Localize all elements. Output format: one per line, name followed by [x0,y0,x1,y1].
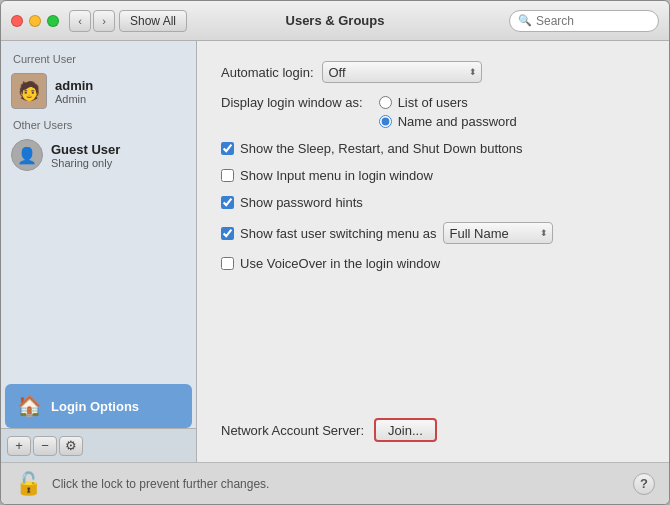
checkbox-label-password-hints: Show password hints [240,195,363,210]
content-area: Current User 🧑 admin Admin Other Users 👤… [1,41,669,462]
sidebar-toolbar: + − ⚙ [1,428,196,462]
automatic-login-label: Automatic login: [221,65,314,80]
login-options-label: Login Options [51,399,139,414]
checkbox-label-input-menu: Show Input menu in login window [240,168,433,183]
radio-list-of-users[interactable] [379,96,392,109]
window-title: Users & Groups [286,13,385,28]
automatic-login-row: Automatic login: Off [221,61,645,83]
user-role-admin: Admin [55,93,93,105]
display-login-label: Display login window as: [221,95,363,110]
checkbox-input-menu[interactable] [221,169,234,182]
nav-buttons: ‹ › [69,10,115,32]
checkbox-row-input-menu: Show Input menu in login window [221,168,645,183]
main-window: ‹ › Show All Users & Groups 🔍 Current Us… [0,0,670,505]
user-name-guest: Guest User [51,142,120,157]
login-options-item[interactable]: 🏠 Login Options [5,384,192,428]
search-box[interactable]: 🔍 [509,10,659,32]
display-login-row: Display login window as: List of users N… [221,95,645,129]
search-input[interactable] [536,14,650,28]
radio-row-name: Name and password [379,114,517,129]
checkbox-label-sleep: Show the Sleep, Restart, and Shut Down b… [240,141,523,156]
bottom-bar: 🔓 Click the lock to prevent further chan… [1,462,669,504]
lock-icon[interactable]: 🔓 [15,471,42,497]
fast-switch-select[interactable]: Full Name Short Name Icon [443,222,553,244]
user-name-admin: admin [55,78,93,93]
show-all-button[interactable]: Show All [119,10,187,32]
maximize-button[interactable] [47,15,59,27]
settings-button[interactable]: ⚙ [59,436,83,456]
avatar-guest: 👤 [11,139,43,171]
checkbox-label-voiceover: Use VoiceOver in the login window [240,256,440,271]
traffic-lights [11,15,59,27]
network-account-row: Network Account Server: Join... [221,418,645,442]
minimize-button[interactable] [29,15,41,27]
lock-text: Click the lock to prevent further change… [52,477,623,491]
help-button[interactable]: ? [633,473,655,495]
checkbox-row-voiceover: Use VoiceOver in the login window [221,256,645,271]
radio-name-and-password[interactable] [379,115,392,128]
forward-button[interactable]: › [93,10,115,32]
radio-group-display: List of users Name and password [379,95,517,129]
checkbox-row-password-hints: Show password hints [221,195,645,210]
checkbox-fast-switch[interactable] [221,227,234,240]
fast-switch-select-wrapper: Full Name Short Name Icon [443,222,553,244]
checkbox-password-hints[interactable] [221,196,234,209]
main-panel: Automatic login: Off Display login windo… [197,41,669,462]
network-account-label: Network Account Server: [221,423,364,438]
join-button[interactable]: Join... [374,418,437,442]
radio-label-name: Name and password [398,114,517,129]
checkbox-sleep[interactable] [221,142,234,155]
user-info-admin: admin Admin [55,78,93,105]
remove-user-button[interactable]: − [33,436,57,456]
house-icon: 🏠 [15,392,43,420]
titlebar: ‹ › Show All Users & Groups 🔍 [1,1,669,41]
back-button[interactable]: ‹ [69,10,91,32]
automatic-login-select-wrapper: Off [322,61,482,83]
avatar-admin: 🧑 [11,73,47,109]
radio-label-list: List of users [398,95,468,110]
sidebar: Current User 🧑 admin Admin Other Users 👤… [1,41,197,462]
search-icon: 🔍 [518,14,532,27]
checkbox-voiceover[interactable] [221,257,234,270]
automatic-login-select[interactable]: Off [322,61,482,83]
checkbox-row-fast-switch: Show fast user switching menu as Full Na… [221,222,645,244]
radio-row-list: List of users [379,95,517,110]
checkbox-label-fast-switch: Show fast user switching menu as [240,226,437,241]
user-item-admin[interactable]: 🧑 admin Admin [1,67,196,115]
user-item-guest[interactable]: 👤 Guest User Sharing only [1,133,196,177]
other-users-label: Other Users [1,115,196,133]
current-user-label: Current User [1,49,196,67]
checkbox-row-sleep: Show the Sleep, Restart, and Shut Down b… [221,141,645,156]
user-info-guest: Guest User Sharing only [51,142,120,169]
user-role-guest: Sharing only [51,157,120,169]
close-button[interactable] [11,15,23,27]
add-user-button[interactable]: + [7,436,31,456]
